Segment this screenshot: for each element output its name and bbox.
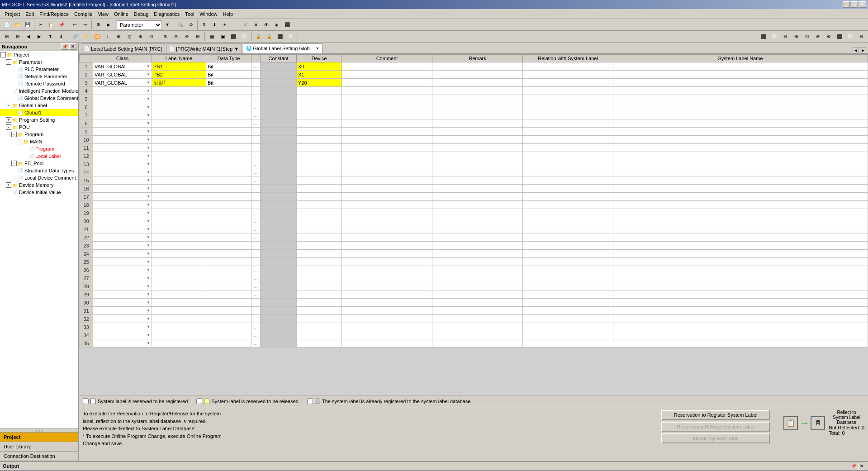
menu-window[interactable]: Window (197, 10, 220, 18)
cell-datatype-empty[interactable] (206, 282, 251, 290)
cell-datatype-empty[interactable] (206, 136, 251, 144)
cell-dots-empty[interactable]: ... (251, 209, 261, 217)
cell-class-empty[interactable]: ▼ (93, 176, 152, 185)
cell-device-empty[interactable] (297, 193, 342, 201)
cell-comment-empty[interactable] (342, 282, 432, 290)
cell-relation-empty[interactable] (523, 282, 613, 290)
cell-relation-empty[interactable] (523, 185, 613, 193)
cell-syslabel-empty[interactable] (613, 160, 868, 168)
cell-syslabel-empty[interactable] (613, 274, 868, 282)
cell-syslabel-empty[interactable] (613, 290, 868, 299)
cell-datatype-empty[interactable] (206, 307, 251, 315)
cell-relation[interactable] (523, 62, 613, 71)
cell-datatype-empty[interactable] (206, 323, 251, 331)
cell-dots-empty[interactable]: ... (251, 160, 261, 168)
cell-dots-empty[interactable]: ... (251, 315, 261, 323)
cell-constant-empty[interactable] (261, 315, 297, 323)
cell-constant[interactable] (261, 71, 297, 79)
cell-remark-empty[interactable] (432, 136, 523, 144)
cell-device-empty[interactable] (297, 299, 342, 307)
cell-labelname-empty[interactable] (152, 185, 206, 193)
cell-class-empty[interactable]: ▼ (93, 339, 152, 347)
menu-view[interactable]: View (95, 10, 111, 18)
cell-constant-empty[interactable] (261, 209, 297, 217)
cell-syslabel-empty[interactable] (613, 193, 868, 201)
cell-syslabel-empty[interactable] (613, 176, 868, 185)
cell-constant-empty[interactable] (261, 152, 297, 160)
tb2-btn26[interactable]: ⬜ (286, 32, 296, 42)
cell-constant-empty[interactable] (261, 185, 297, 193)
cell-comment-empty[interactable] (342, 266, 432, 274)
paste-button[interactable]: 📌 (57, 20, 66, 30)
cell-comment-empty[interactable] (342, 307, 432, 315)
cell-relation-empty[interactable] (523, 315, 613, 323)
search-button[interactable]: 🔍 (175, 20, 185, 30)
cell-comment-empty[interactable] (342, 209, 432, 217)
cell-labelname-empty[interactable] (152, 339, 206, 347)
cell-class-empty[interactable]: ▼ (93, 103, 152, 111)
cell-remark-empty[interactable] (432, 103, 523, 111)
cell-device-empty[interactable] (297, 95, 342, 103)
cell-device-empty[interactable] (297, 233, 342, 242)
cell-dots-empty[interactable]: ... (251, 331, 261, 339)
tb2-btn3[interactable]: ◀ (24, 32, 33, 42)
cell-dots-empty[interactable]: ... (251, 217, 261, 225)
cell-relation-empty[interactable] (523, 266, 613, 274)
cell-relation-empty[interactable] (523, 160, 613, 168)
cell-constant-empty[interactable] (261, 201, 297, 209)
cell-dots-empty[interactable]: ... (251, 111, 261, 119)
cell-device-empty[interactable] (297, 176, 342, 185)
cell-comment-empty[interactable] (342, 193, 432, 201)
cell-comment-empty[interactable] (342, 144, 432, 152)
tree-expand-icon[interactable]: + (11, 161, 17, 166)
io-button[interactable]: ◈ (272, 20, 282, 30)
cell-labelname-empty[interactable] (152, 176, 206, 185)
cell-datatype-empty[interactable] (206, 95, 251, 103)
cell-comment-empty[interactable] (342, 201, 432, 209)
cell-datatype-dots[interactable]: ... (251, 71, 261, 79)
cell-class-empty[interactable]: ▼ (93, 144, 152, 152)
tb2-right7[interactable]: ⊗ (824, 32, 834, 42)
cell-relation-empty[interactable] (523, 95, 613, 103)
cell-comment-empty[interactable] (342, 160, 432, 168)
cell-device-empty[interactable] (297, 274, 342, 282)
tb2-btn20[interactable]: ▣ (218, 32, 228, 42)
tree-item[interactable]: 📄 Remote Password (0, 80, 78, 87)
cell-class-empty[interactable]: ▼ (93, 160, 152, 168)
cell-comment-empty[interactable] (342, 217, 432, 225)
cell-device-empty[interactable] (297, 250, 342, 258)
cell-class-empty[interactable]: ▼ (93, 201, 152, 209)
cell-class-empty[interactable]: ▼ (93, 185, 152, 193)
cell-class-empty[interactable]: ▼ (93, 193, 152, 201)
cell-constant-empty[interactable] (261, 136, 297, 144)
cell-syslabel-empty[interactable] (613, 250, 868, 258)
cell-syslabel-empty[interactable] (613, 299, 868, 307)
save-button[interactable]: 💾 (23, 20, 33, 30)
cell-dots-empty[interactable]: ... (251, 250, 261, 258)
cell-class-empty[interactable]: ▼ (93, 290, 152, 299)
tree-item[interactable]: 📄 Program (0, 145, 78, 152)
cell-datatype-empty[interactable] (206, 201, 251, 209)
cell-comment-empty[interactable] (342, 176, 432, 185)
cell-relation-empty[interactable] (523, 144, 613, 152)
cell-relation-empty[interactable] (523, 136, 613, 144)
cell-datatype-empty[interactable] (206, 266, 251, 274)
cell-remark[interactable] (432, 62, 523, 71)
cell-constant-empty[interactable] (261, 225, 297, 233)
cell-datatype-empty[interactable] (206, 233, 251, 242)
cell-labelname-empty[interactable] (152, 144, 206, 152)
cell-syslabel-empty[interactable] (613, 233, 868, 242)
cell-dots-empty[interactable]: ... (251, 201, 261, 209)
cell-comment-empty[interactable] (342, 339, 432, 347)
cell-comment-empty[interactable] (342, 185, 432, 193)
cell-labelname-empty[interactable] (152, 168, 206, 176)
cell-labelname-empty[interactable] (152, 315, 206, 323)
cell-comment-empty[interactable] (342, 119, 432, 128)
cell-constant[interactable] (261, 62, 297, 71)
cell-dots-empty[interactable]: ... (251, 144, 261, 152)
cell-device-empty[interactable] (297, 282, 342, 290)
cell-datatype-empty[interactable] (206, 209, 251, 217)
cell-device-empty[interactable] (297, 339, 342, 347)
cell-syslabel-empty[interactable] (613, 201, 868, 209)
cell-relation-empty[interactable] (523, 119, 613, 128)
